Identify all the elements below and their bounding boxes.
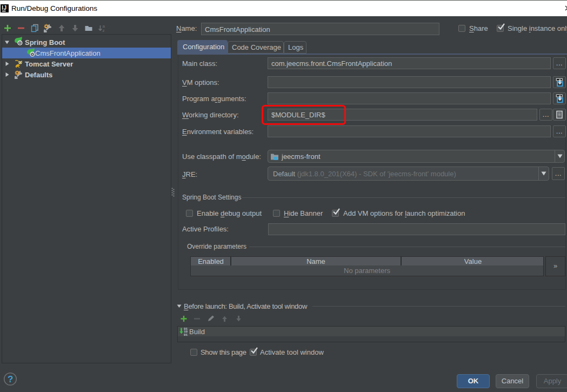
svg-text:IJ: IJ bbox=[2, 5, 7, 11]
svg-text:01: 01 bbox=[184, 333, 188, 336]
svg-text:?: ? bbox=[8, 374, 13, 384]
svg-text:z: z bbox=[103, 28, 105, 32]
